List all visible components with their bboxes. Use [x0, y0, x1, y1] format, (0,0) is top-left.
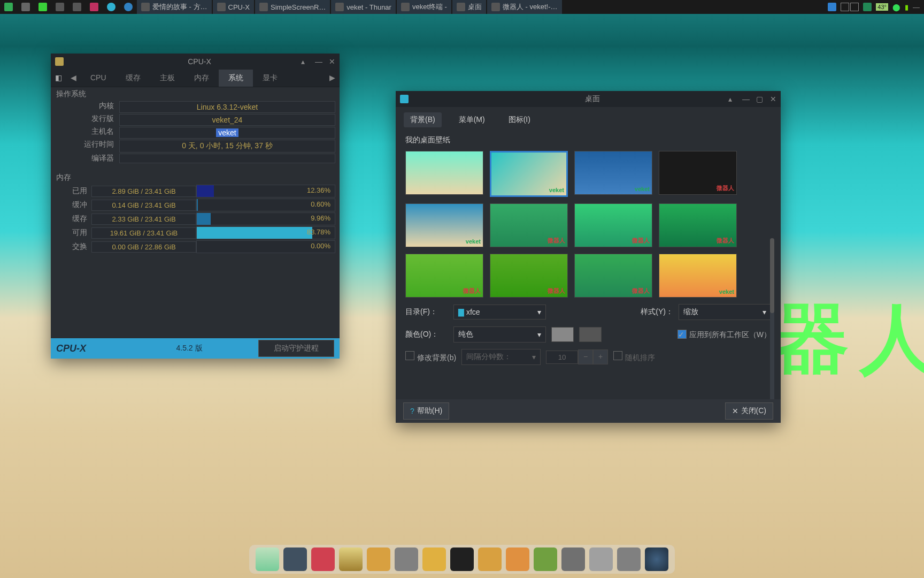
desktop-settings-window: 桌面 ▴ — ▢ ✕ 背景(B) 菜单(M) 图标(I) 我的桌面壁纸 veke…: [396, 91, 781, 423]
tray-icon[interactable]: [68, 0, 86, 14]
tab-background[interactable]: 背景(B): [404, 112, 442, 127]
tray-icon[interactable]: [51, 0, 68, 14]
tab-graphics[interactable]: 显卡: [253, 70, 287, 87]
tray-icon[interactable]: [120, 0, 137, 14]
wallpaper-thumb[interactable]: veket: [574, 151, 652, 195]
taskbar-item[interactable]: SimpleScreenR…: [255, 0, 330, 14]
minus-icon[interactable]: −: [578, 349, 593, 364]
color-secondary[interactable]: [579, 327, 602, 342]
random-checkbox[interactable]: 随机排序: [613, 351, 655, 363]
dock-icon[interactable]: [589, 547, 613, 571]
interval-unit-select[interactable]: 间隔分钟数：▾: [461, 349, 541, 365]
wallpaper-thumb[interactable]: 微器人: [574, 254, 652, 298]
close-icon[interactable]: ✕: [770, 95, 777, 103]
tab-next-icon[interactable]: ▶: [325, 70, 340, 87]
taskbar-item[interactable]: veket终端 -: [397, 0, 451, 14]
roll-up-icon[interactable]: ▴: [728, 95, 736, 103]
tray-icon[interactable]: [34, 0, 51, 14]
dock-icon[interactable]: [645, 547, 668, 571]
tab-mainboard[interactable]: 主板: [150, 70, 184, 87]
tab-menu[interactable]: 菜单(M): [452, 112, 491, 127]
dock-icon[interactable]: [395, 547, 418, 571]
directory-select[interactable]: ▇ xfce▾: [453, 305, 546, 320]
taskbar-item[interactable]: 微器人 - veket!-…: [487, 0, 562, 14]
taskbar-item[interactable]: CPU-X: [213, 0, 254, 14]
chevron-down-icon: ▾: [537, 330, 541, 339]
tab-cache[interactable]: 缓存: [116, 70, 150, 87]
wallpaper-scrollbar[interactable]: [770, 238, 774, 404]
tab-icons[interactable]: 图标(I): [502, 112, 537, 127]
maximize-icon[interactable]: ▢: [756, 95, 764, 103]
temp-indicator[interactable]: 43°: [876, 3, 888, 11]
dock-icon[interactable]: [534, 547, 557, 571]
color-mode-select[interactable]: 纯色▾: [453, 326, 546, 343]
dock-icon[interactable]: [617, 547, 641, 571]
minimize-icon[interactable]: —: [742, 95, 750, 103]
hostname-value: veket: [119, 127, 335, 139]
change-bg-checkbox[interactable]: 修改背景(b): [405, 351, 456, 363]
wallpaper-thumb[interactable]: 微器人: [659, 151, 737, 195]
wallpaper-thumb[interactable]: 微器人: [490, 254, 568, 298]
minimize-icon[interactable]: —: [315, 58, 322, 65]
style-select[interactable]: 缩放▾: [679, 304, 771, 320]
interval-input[interactable]: [546, 351, 578, 364]
dock-icon[interactable]: [478, 547, 502, 571]
tab-prev-icon[interactable]: ◀: [66, 70, 81, 87]
close-icon[interactable]: ✕: [329, 58, 336, 65]
battery-icon[interactable]: ▮: [905, 3, 908, 11]
wallpaper-thumb[interactable]: veket: [659, 254, 737, 298]
mem-bar: 12.36%: [196, 185, 335, 197]
directory-label: 目录(F)：: [405, 307, 448, 317]
dock-icon[interactable]: [311, 547, 335, 571]
wallpaper-thumb[interactable]: 微器人: [490, 203, 568, 247]
workspace-switcher[interactable]: [841, 3, 859, 11]
wallpaper-thumb[interactable]: 微器人: [574, 203, 652, 247]
start-daemon-button[interactable]: 启动守护进程: [258, 340, 334, 357]
desktop-titlebar[interactable]: 桌面 ▴ — ▢ ✕: [396, 91, 781, 107]
dock-icon[interactable]: [367, 547, 390, 571]
wallpaper-thumb[interactable]: 微器人: [405, 254, 483, 298]
plus-icon[interactable]: +: [593, 349, 608, 364]
menu-icon[interactable]: —: [913, 3, 920, 11]
dock-icon[interactable]: [506, 547, 529, 571]
wallpaper-thumb[interactable]: veket: [490, 151, 568, 197]
thumb-badge: veket: [635, 186, 650, 192]
cpux-version: 4.5.2 版: [120, 344, 258, 353]
taskbar-item[interactable]: veket - Thunar: [331, 0, 396, 14]
wallpaper-thumb[interactable]: veket: [405, 203, 483, 247]
dock-icon[interactable]: [422, 547, 446, 571]
dock-icon[interactable]: [256, 547, 279, 571]
pinyin-icon[interactable]: [863, 3, 872, 11]
close-button[interactable]: ✕关闭(C): [725, 402, 773, 420]
tab-system[interactable]: 系统: [219, 70, 253, 87]
color-primary[interactable]: [551, 327, 574, 342]
network-icon[interactable]: ⬤: [892, 3, 900, 11]
dock-icon[interactable]: [450, 547, 474, 571]
desktop-app-icon: [400, 95, 409, 103]
apply-all-checkbox[interactable]: ✓应用到所有工作区（W）: [677, 330, 771, 340]
dock-icon[interactable]: [283, 547, 307, 571]
dock-icon[interactable]: [339, 547, 363, 571]
roll-up-icon[interactable]: ▴: [301, 58, 309, 65]
interval-spinner[interactable]: − +: [546, 349, 608, 364]
help-button[interactable]: ?帮助(H): [403, 402, 449, 420]
screenshot-icon[interactable]: [828, 3, 836, 11]
thumb-badge: 微器人: [548, 237, 565, 245]
checkbox-icon: [405, 351, 414, 360]
tab-cpu[interactable]: CPU: [81, 70, 116, 87]
cpux-titlebar[interactable]: CPU-X ▴ — ✕: [51, 54, 340, 70]
tray-icon[interactable]: [86, 0, 103, 14]
kernel-value: Linux 6.3.12-veket: [119, 101, 335, 113]
tray-icon[interactable]: [103, 0, 120, 14]
scrollbar-thumb[interactable]: [770, 238, 774, 313]
app-menu-icon[interactable]: [0, 0, 17, 14]
tab-memory[interactable]: 内存: [184, 70, 219, 87]
tray-icon[interactable]: [17, 0, 34, 14]
wallpaper-thumb[interactable]: 微器人: [659, 203, 737, 247]
wallpaper-thumb[interactable]: [405, 151, 483, 195]
taskbar-item[interactable]: 桌面: [452, 0, 486, 14]
desktop-title: 桌面: [409, 94, 776, 104]
taskbar-item[interactable]: 爱情的故事 - 方…: [137, 0, 212, 14]
cpux-tab-icon[interactable]: ◧: [51, 70, 66, 87]
dock-icon[interactable]: [561, 547, 585, 571]
